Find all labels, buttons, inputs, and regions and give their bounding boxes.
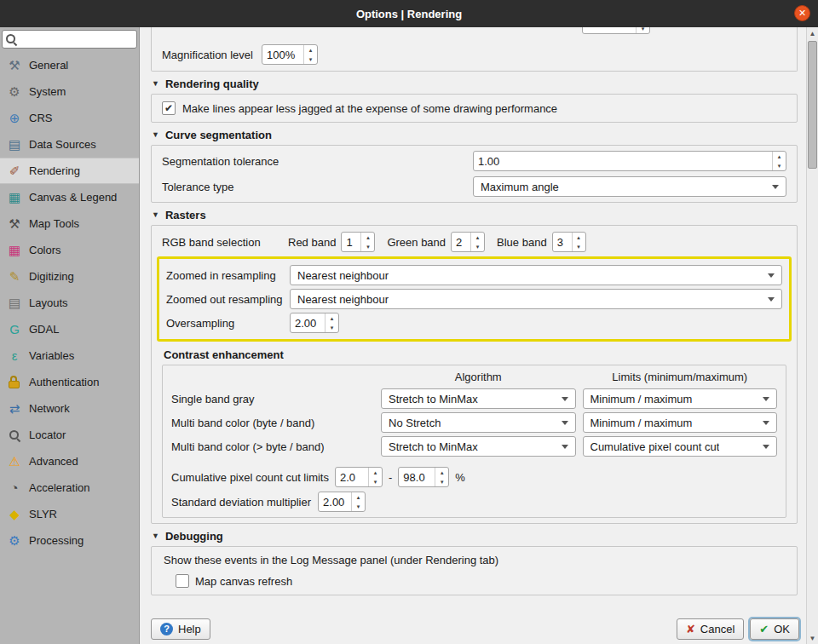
spin-down-icon[interactable]: ▾: [325, 323, 338, 332]
green-band-spinbox[interactable]: 2 ▴ ▾: [451, 232, 485, 252]
spin-up-icon[interactable]: ▴: [369, 468, 382, 477]
segmentation-tolerance-label: Segmentation tolerance: [162, 155, 473, 168]
spin-up-icon[interactable]: ▴: [573, 233, 585, 242]
sidebar-item-gdal[interactable]: G GDAL: [0, 316, 139, 342]
magnification-row: Magnification level 100% ▴ ▾: [162, 44, 318, 65]
multi-band-byte-limits-combobox[interactable]: Minimum / maximum: [583, 412, 778, 433]
multi-band-gt-byte-limits-combobox[interactable]: Cumulative pixel count cut: [583, 436, 778, 457]
sidebar-item-processing[interactable]: ⚙ Processing: [0, 527, 139, 554]
spin-down-icon[interactable]: ▾: [637, 27, 649, 33]
cumulative-max-spinbox[interactable]: 98.0 ▴ ▾: [398, 467, 449, 487]
spin-up-icon[interactable]: ▴: [304, 45, 317, 55]
spin-up-icon[interactable]: ▴: [471, 233, 484, 242]
vertical-scrollbar[interactable]: ▲ ▼: [806, 27, 818, 644]
spin-down-icon[interactable]: ▾: [352, 502, 365, 511]
sidebar-item-label: Canvas & Legend: [29, 191, 117, 204]
spin-down-icon[interactable]: ▾: [304, 55, 317, 64]
partial-spinbox[interactable]: ▴ ▾: [582, 27, 650, 34]
spin-up-icon[interactable]: ▴: [435, 468, 448, 477]
red-band-spinbox[interactable]: 1 ▴ ▾: [341, 232, 375, 252]
tolerance-type-label: Tolerance type: [162, 181, 473, 193]
section-title: Rendering quality: [165, 78, 259, 90]
ok-button[interactable]: ✔ OK: [750, 618, 799, 640]
sidebar-item-authentication[interactable]: Authentication: [0, 369, 139, 395]
sidebar-item-digitizing[interactable]: ✎ Digitizing: [0, 263, 139, 290]
range-dash: -: [389, 471, 392, 484]
antialias-checkbox[interactable]: ✔: [162, 101, 176, 115]
sidebar-item-crs[interactable]: ⊕ CRS: [0, 105, 139, 131]
scroll-down-icon[interactable]: ▼: [807, 632, 818, 644]
speedometer-icon: ◔: [6, 480, 23, 497]
tolerance-type-combobox[interactable]: Maximum angle: [473, 176, 786, 197]
spin-up-icon[interactable]: ▴: [325, 313, 338, 323]
spin-up-icon[interactable]: ▴: [352, 492, 365, 502]
sidebar-item-map-tools[interactable]: ⚒ Map Tools: [0, 210, 139, 237]
spin-up-icon[interactable]: ▴: [773, 152, 786, 161]
rgb-band-selection-row: RGB band selection Red band 1 ▴ ▾: [162, 231, 786, 253]
spin-down-icon[interactable]: ▾: [773, 161, 786, 170]
spin-down-icon[interactable]: ▾: [361, 242, 374, 251]
section-header-rasters[interactable]: ▼ Rasters: [152, 209, 796, 221]
oversampling-spinbox[interactable]: 2.00 ▴ ▾: [290, 313, 339, 333]
magnification-spinbox[interactable]: 100% ▴ ▾: [262, 44, 318, 65]
sidebar-item-colors[interactable]: ▦ Colors: [0, 237, 139, 263]
sidebar-item-layouts[interactable]: ▤ Layouts: [0, 290, 139, 316]
spin-down-icon[interactable]: ▾: [369, 477, 382, 486]
single-band-gray-limits-combobox[interactable]: Minimum / maximum: [583, 388, 778, 409]
spin-down-icon[interactable]: ▾: [573, 242, 585, 251]
cancel-icon: ✘: [686, 624, 695, 635]
search-input[interactable]: [2, 30, 137, 49]
contrast-enhancement-title: Contrast enhancement: [164, 348, 785, 361]
segmentation-tolerance-spinbox[interactable]: 1.00 ▴ ▾: [473, 151, 786, 171]
scrollbar-thumb[interactable]: [808, 41, 817, 169]
variables-epsilon-icon: ε: [6, 348, 23, 365]
sidebar-item-system[interactable]: ⚙ System: [0, 78, 139, 105]
debugging-info-label: Show these events in the Log Message pan…: [164, 554, 786, 566]
sidebar-item-acceleration[interactable]: ◔ Acceleration: [0, 474, 139, 501]
sidebar-item-general[interactable]: ⚒ General: [0, 52, 139, 78]
sidebar-item-canvas-legend[interactable]: ▦ Canvas & Legend: [0, 184, 139, 210]
spin-up-icon[interactable]: ▴: [361, 233, 374, 242]
cancel-button[interactable]: ✘ Cancel: [677, 618, 744, 640]
blue-band-spinbox[interactable]: 3 ▴ ▾: [552, 232, 586, 252]
search-icon: [4, 32, 18, 46]
sidebar-item-data-sources[interactable]: ▤ Data Sources: [0, 131, 139, 158]
sidebar-item-advanced[interactable]: ⚠ Advanced: [0, 448, 139, 474]
sidebar-item-slyr[interactable]: ◆ SLYR: [0, 501, 139, 527]
close-button[interactable]: ✕: [794, 5, 810, 21]
magnification-label: Magnification level: [162, 49, 253, 61]
limits-column-header: Limits (minimum/maximum): [583, 371, 778, 385]
sidebar-item-variables[interactable]: ε Variables: [0, 342, 139, 369]
scroll-up-icon[interactable]: ▲: [807, 27, 818, 39]
zoomed-out-resampling-combobox[interactable]: Nearest neighbour: [290, 289, 782, 309]
slyr-icon: ◆: [6, 506, 23, 523]
sidebar-item-label: Locator: [29, 428, 66, 441]
sidebar-item-locator[interactable]: Locator: [0, 422, 139, 448]
multi-band-byte-algorithm-combobox[interactable]: No Stretch: [381, 412, 576, 433]
rasters-frame: RGB band selection Red band 1 ▴ ▾: [151, 225, 798, 524]
sidebar-item-rendering[interactable]: ✐ Rendering: [0, 158, 139, 184]
section-header-rendering-quality[interactable]: ▼ Rendering quality: [152, 78, 796, 90]
zoomed-in-resampling-combobox[interactable]: Nearest neighbour: [290, 265, 782, 285]
section-title: Rasters: [165, 209, 206, 221]
sidebar-item-label: Map Tools: [29, 217, 79, 230]
section-header-debugging[interactable]: ▼ Debugging: [152, 530, 796, 543]
stddev-multiplier-spinbox[interactable]: 2.00 ▴ ▾: [318, 492, 366, 512]
map-canvas-refresh-checkbox[interactable]: ✔: [176, 574, 189, 588]
single-band-gray-algorithm-combobox[interactable]: Stretch to MinMax: [381, 388, 576, 409]
sidebar-item-label: Network: [29, 402, 70, 415]
layouts-page-icon: ▤: [6, 295, 23, 312]
chevron-down-icon: [562, 397, 568, 401]
multi-band-gt-byte-algorithm-combobox[interactable]: Stretch to MinMax: [381, 436, 576, 457]
warning-icon: ⚠: [6, 453, 23, 470]
section-header-curve-segmentation[interactable]: ▼ Curve segmentation: [152, 129, 796, 141]
sidebar-item-label: System: [29, 85, 66, 98]
sidebar-item-network[interactable]: ⇄ Network: [0, 395, 139, 422]
cumulative-min-spinbox[interactable]: 2.0 ▴ ▾: [335, 467, 383, 487]
canvas-legend-icon: ▦: [6, 189, 23, 206]
help-button[interactable]: ? Help: [151, 618, 210, 640]
spin-down-icon[interactable]: ▾: [471, 242, 484, 251]
chevron-down-icon: [763, 397, 769, 401]
spin-down-icon[interactable]: ▾: [435, 477, 448, 486]
sidebar-item-label: Advanced: [29, 455, 78, 468]
